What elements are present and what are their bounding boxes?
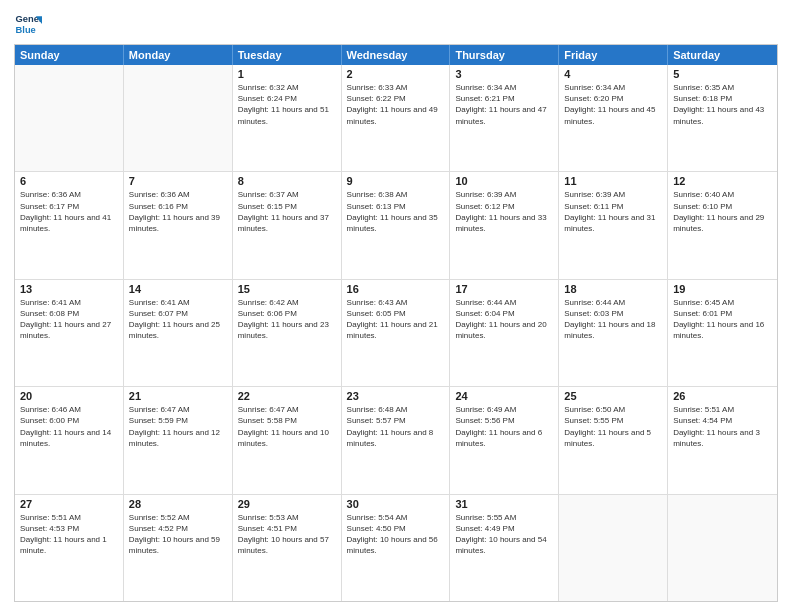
day-number: 4 [564, 68, 662, 80]
cal-cell: 17Sunrise: 6:44 AMSunset: 6:04 PMDayligh… [450, 280, 559, 386]
cal-cell [124, 65, 233, 171]
day-number: 21 [129, 390, 227, 402]
week-row-2: 6Sunrise: 6:36 AMSunset: 6:17 PMDaylight… [15, 172, 777, 279]
header-day-saturday: Saturday [668, 45, 777, 65]
day-info: Sunrise: 5:51 AMSunset: 4:53 PMDaylight:… [20, 512, 118, 557]
day-number: 22 [238, 390, 336, 402]
header: General Blue [14, 10, 778, 38]
day-info: Sunrise: 6:49 AMSunset: 5:56 PMDaylight:… [455, 404, 553, 449]
day-number: 20 [20, 390, 118, 402]
svg-text:General: General [16, 14, 42, 24]
logo-icon: General Blue [14, 10, 42, 38]
day-number: 2 [347, 68, 445, 80]
day-info: Sunrise: 6:32 AMSunset: 6:24 PMDaylight:… [238, 82, 336, 127]
day-info: Sunrise: 6:47 AMSunset: 5:58 PMDaylight:… [238, 404, 336, 449]
cal-cell: 14Sunrise: 6:41 AMSunset: 6:07 PMDayligh… [124, 280, 233, 386]
page: General Blue SundayMondayTuesdayWednesda… [0, 0, 792, 612]
cal-cell: 24Sunrise: 6:49 AMSunset: 5:56 PMDayligh… [450, 387, 559, 493]
cal-cell: 19Sunrise: 6:45 AMSunset: 6:01 PMDayligh… [668, 280, 777, 386]
cal-cell: 12Sunrise: 6:40 AMSunset: 6:10 PMDayligh… [668, 172, 777, 278]
cal-cell: 27Sunrise: 5:51 AMSunset: 4:53 PMDayligh… [15, 495, 124, 601]
header-day-monday: Monday [124, 45, 233, 65]
day-info: Sunrise: 6:35 AMSunset: 6:18 PMDaylight:… [673, 82, 772, 127]
day-info: Sunrise: 6:44 AMSunset: 6:03 PMDaylight:… [564, 297, 662, 342]
calendar: SundayMondayTuesdayWednesdayThursdayFrid… [14, 44, 778, 602]
day-number: 5 [673, 68, 772, 80]
day-info: Sunrise: 6:33 AMSunset: 6:22 PMDaylight:… [347, 82, 445, 127]
day-number: 12 [673, 175, 772, 187]
header-day-thursday: Thursday [450, 45, 559, 65]
cal-cell: 11Sunrise: 6:39 AMSunset: 6:11 PMDayligh… [559, 172, 668, 278]
day-info: Sunrise: 6:42 AMSunset: 6:06 PMDaylight:… [238, 297, 336, 342]
cal-cell: 31Sunrise: 5:55 AMSunset: 4:49 PMDayligh… [450, 495, 559, 601]
day-info: Sunrise: 6:39 AMSunset: 6:11 PMDaylight:… [564, 189, 662, 234]
cal-cell: 1Sunrise: 6:32 AMSunset: 6:24 PMDaylight… [233, 65, 342, 171]
cal-cell: 5Sunrise: 6:35 AMSunset: 6:18 PMDaylight… [668, 65, 777, 171]
day-number: 13 [20, 283, 118, 295]
cal-cell: 18Sunrise: 6:44 AMSunset: 6:03 PMDayligh… [559, 280, 668, 386]
cal-cell [559, 495, 668, 601]
svg-text:Blue: Blue [16, 25, 36, 35]
day-info: Sunrise: 6:39 AMSunset: 6:12 PMDaylight:… [455, 189, 553, 234]
day-info: Sunrise: 6:38 AMSunset: 6:13 PMDaylight:… [347, 189, 445, 234]
cal-cell: 2Sunrise: 6:33 AMSunset: 6:22 PMDaylight… [342, 65, 451, 171]
day-number: 31 [455, 498, 553, 510]
day-number: 10 [455, 175, 553, 187]
day-number: 18 [564, 283, 662, 295]
day-number: 30 [347, 498, 445, 510]
day-number: 11 [564, 175, 662, 187]
cal-cell: 23Sunrise: 6:48 AMSunset: 5:57 PMDayligh… [342, 387, 451, 493]
day-number: 29 [238, 498, 336, 510]
cal-cell: 29Sunrise: 5:53 AMSunset: 4:51 PMDayligh… [233, 495, 342, 601]
day-info: Sunrise: 6:45 AMSunset: 6:01 PMDaylight:… [673, 297, 772, 342]
day-number: 14 [129, 283, 227, 295]
day-number: 17 [455, 283, 553, 295]
day-number: 23 [347, 390, 445, 402]
cal-cell: 13Sunrise: 6:41 AMSunset: 6:08 PMDayligh… [15, 280, 124, 386]
day-number: 8 [238, 175, 336, 187]
header-day-sunday: Sunday [15, 45, 124, 65]
day-info: Sunrise: 6:37 AMSunset: 6:15 PMDaylight:… [238, 189, 336, 234]
day-number: 28 [129, 498, 227, 510]
week-row-1: 1Sunrise: 6:32 AMSunset: 6:24 PMDaylight… [15, 65, 777, 172]
day-number: 1 [238, 68, 336, 80]
week-row-5: 27Sunrise: 5:51 AMSunset: 4:53 PMDayligh… [15, 495, 777, 601]
logo: General Blue [14, 10, 42, 38]
day-number: 6 [20, 175, 118, 187]
cal-cell: 9Sunrise: 6:38 AMSunset: 6:13 PMDaylight… [342, 172, 451, 278]
day-info: Sunrise: 6:40 AMSunset: 6:10 PMDaylight:… [673, 189, 772, 234]
cal-cell [15, 65, 124, 171]
day-number: 7 [129, 175, 227, 187]
header-day-wednesday: Wednesday [342, 45, 451, 65]
day-number: 19 [673, 283, 772, 295]
header-day-tuesday: Tuesday [233, 45, 342, 65]
calendar-header: SundayMondayTuesdayWednesdayThursdayFrid… [15, 45, 777, 65]
day-info: Sunrise: 6:41 AMSunset: 6:08 PMDaylight:… [20, 297, 118, 342]
day-info: Sunrise: 6:46 AMSunset: 6:00 PMDaylight:… [20, 404, 118, 449]
cal-cell: 4Sunrise: 6:34 AMSunset: 6:20 PMDaylight… [559, 65, 668, 171]
day-info: Sunrise: 6:41 AMSunset: 6:07 PMDaylight:… [129, 297, 227, 342]
day-info: Sunrise: 6:36 AMSunset: 6:17 PMDaylight:… [20, 189, 118, 234]
day-info: Sunrise: 5:54 AMSunset: 4:50 PMDaylight:… [347, 512, 445, 557]
week-row-3: 13Sunrise: 6:41 AMSunset: 6:08 PMDayligh… [15, 280, 777, 387]
day-number: 27 [20, 498, 118, 510]
day-info: Sunrise: 6:34 AMSunset: 6:21 PMDaylight:… [455, 82, 553, 127]
cal-cell: 6Sunrise: 6:36 AMSunset: 6:17 PMDaylight… [15, 172, 124, 278]
day-info: Sunrise: 6:44 AMSunset: 6:04 PMDaylight:… [455, 297, 553, 342]
day-info: Sunrise: 5:52 AMSunset: 4:52 PMDaylight:… [129, 512, 227, 557]
day-info: Sunrise: 5:51 AMSunset: 4:54 PMDaylight:… [673, 404, 772, 449]
calendar-body: 1Sunrise: 6:32 AMSunset: 6:24 PMDaylight… [15, 65, 777, 601]
day-info: Sunrise: 5:55 AMSunset: 4:49 PMDaylight:… [455, 512, 553, 557]
cal-cell: 22Sunrise: 6:47 AMSunset: 5:58 PMDayligh… [233, 387, 342, 493]
cal-cell: 21Sunrise: 6:47 AMSunset: 5:59 PMDayligh… [124, 387, 233, 493]
cal-cell: 3Sunrise: 6:34 AMSunset: 6:21 PMDaylight… [450, 65, 559, 171]
week-row-4: 20Sunrise: 6:46 AMSunset: 6:00 PMDayligh… [15, 387, 777, 494]
day-info: Sunrise: 6:50 AMSunset: 5:55 PMDaylight:… [564, 404, 662, 449]
header-day-friday: Friday [559, 45, 668, 65]
day-number: 26 [673, 390, 772, 402]
cal-cell: 25Sunrise: 6:50 AMSunset: 5:55 PMDayligh… [559, 387, 668, 493]
day-number: 24 [455, 390, 553, 402]
cal-cell: 10Sunrise: 6:39 AMSunset: 6:12 PMDayligh… [450, 172, 559, 278]
cal-cell: 15Sunrise: 6:42 AMSunset: 6:06 PMDayligh… [233, 280, 342, 386]
cal-cell: 26Sunrise: 5:51 AMSunset: 4:54 PMDayligh… [668, 387, 777, 493]
